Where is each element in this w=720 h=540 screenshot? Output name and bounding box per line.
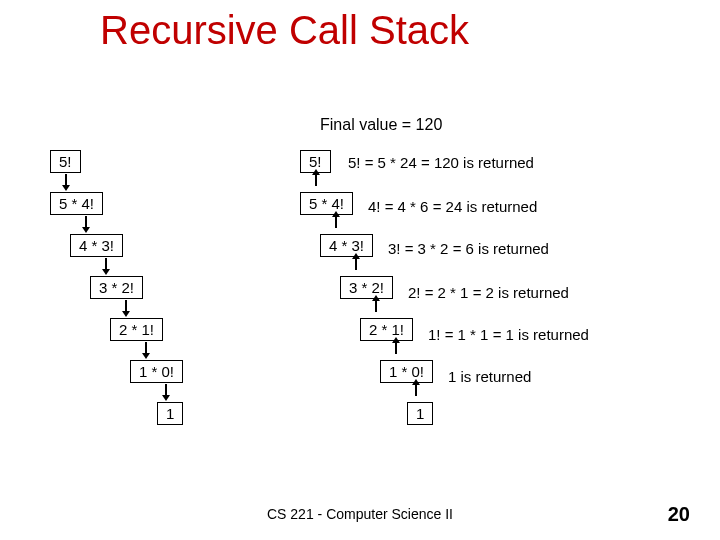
up-arrow-icon bbox=[415, 384, 417, 396]
right-box-1: 5 * 4! bbox=[300, 192, 353, 215]
right-box-6: 1 bbox=[407, 402, 433, 425]
annotation-5: 1 is returned bbox=[448, 368, 531, 385]
left-box-1: 5 * 4! bbox=[50, 192, 103, 215]
up-arrow-icon bbox=[335, 216, 337, 228]
up-arrow-icon bbox=[375, 300, 377, 312]
down-arrow-icon bbox=[165, 384, 167, 396]
annotation-4: 1! = 1 * 1 = 1 is returned bbox=[428, 326, 589, 343]
up-arrow-icon bbox=[355, 258, 357, 270]
right-box-3: 3 * 2! bbox=[340, 276, 393, 299]
left-box-2: 4 * 3! bbox=[70, 234, 123, 257]
annotation-0: 5! = 5 * 24 = 120 is returned bbox=[348, 154, 534, 171]
left-box-5: 1 * 0! bbox=[130, 360, 183, 383]
down-arrow-icon bbox=[105, 258, 107, 270]
left-box-0: 5! bbox=[50, 150, 81, 173]
footer-text: CS 221 - Computer Science II bbox=[0, 506, 720, 522]
up-arrow-icon bbox=[395, 342, 397, 354]
down-arrow-icon bbox=[145, 342, 147, 354]
down-arrow-icon bbox=[65, 174, 67, 186]
down-arrow-icon bbox=[85, 216, 87, 228]
right-box-4: 2 * 1! bbox=[360, 318, 413, 341]
right-box-2: 4 * 3! bbox=[320, 234, 373, 257]
annotation-1: 4! = 4 * 6 = 24 is returned bbox=[368, 198, 537, 215]
slide-title: Recursive Call Stack bbox=[100, 8, 469, 53]
annotation-3: 2! = 2 * 1 = 2 is returned bbox=[408, 284, 569, 301]
left-box-6: 1 bbox=[157, 402, 183, 425]
page-number: 20 bbox=[668, 503, 690, 526]
annotation-2: 3! = 3 * 2 = 6 is returned bbox=[388, 240, 549, 257]
up-arrow-icon bbox=[315, 174, 317, 186]
down-arrow-icon bbox=[125, 300, 127, 312]
left-box-4: 2 * 1! bbox=[110, 318, 163, 341]
left-box-3: 3 * 2! bbox=[90, 276, 143, 299]
final-value-label: Final value = 120 bbox=[320, 116, 442, 134]
right-box-5: 1 * 0! bbox=[380, 360, 433, 383]
